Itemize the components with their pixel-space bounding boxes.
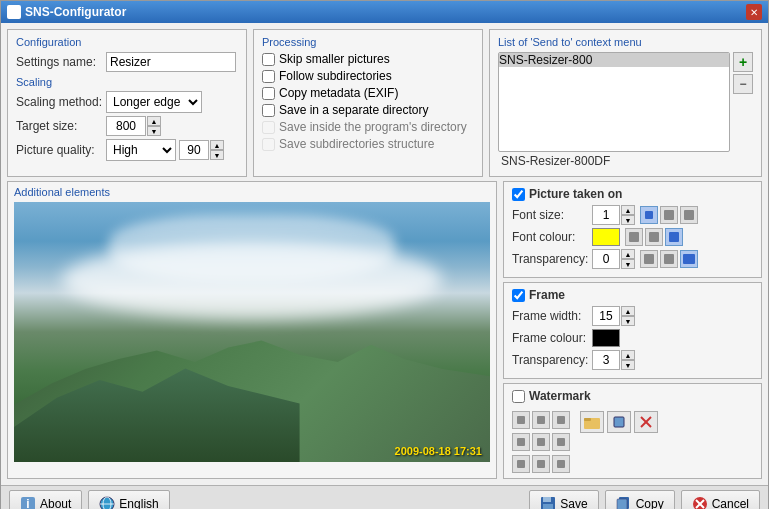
- quality-up-button[interactable]: ▲: [210, 140, 224, 150]
- english-button[interactable]: English: [88, 490, 169, 509]
- frame-width-down-button[interactable]: ▼: [621, 316, 635, 326]
- align-topright-button[interactable]: [680, 206, 698, 224]
- picture-taken-checkbox[interactable]: [512, 188, 525, 201]
- watermark-pos-4[interactable]: [512, 433, 530, 451]
- target-size-down-button[interactable]: ▼: [147, 126, 161, 136]
- frame-colour-picker[interactable]: [592, 329, 620, 347]
- scaling-method-label: Scaling method:: [16, 95, 106, 109]
- frame-header: Frame: [512, 288, 753, 302]
- skip-smaller-checkbox[interactable]: [262, 53, 275, 66]
- save-icon: [540, 496, 556, 509]
- close-button[interactable]: ✕: [746, 4, 762, 20]
- svg-rect-14: [617, 499, 627, 509]
- bottom-row: Additional elements 2009-08-18 17:31: [7, 181, 762, 479]
- frame-section: Frame Frame width: ▲ ▼ Frame: [503, 282, 762, 379]
- globe-icon: [99, 496, 115, 509]
- watermark-browse-button[interactable]: [580, 411, 604, 433]
- sendto-remove-button[interactable]: −: [733, 74, 753, 94]
- quality-down-button[interactable]: ▼: [210, 150, 224, 160]
- watermark-edit-button[interactable]: [607, 411, 631, 433]
- font-align-right-button[interactable]: [665, 228, 683, 246]
- sendto-list[interactable]: SNS-Resizer-800: [498, 52, 730, 152]
- edit-icon: [612, 415, 626, 429]
- watermark-pos-5[interactable]: [532, 433, 550, 451]
- font-align-center-button[interactable]: [645, 228, 663, 246]
- svg-rect-2: [614, 417, 624, 427]
- about-label: About: [40, 497, 71, 509]
- scaling-method-select[interactable]: Longer edge Width Height Shorter edge: [106, 91, 202, 113]
- watermark-pos-3[interactable]: [552, 411, 570, 429]
- align-icon: [649, 232, 659, 242]
- skip-smaller-label: Skip smaller pictures: [279, 52, 390, 66]
- transparency-align-buttons: [640, 250, 698, 268]
- settings-name-label: Settings name:: [16, 55, 106, 69]
- frame-transparency-up-button[interactable]: ▲: [621, 350, 635, 360]
- quality-value-input[interactable]: [179, 140, 209, 160]
- target-size-up-button[interactable]: ▲: [147, 116, 161, 126]
- sendto-item-below: SNS-Resizer-800DF: [498, 152, 753, 170]
- frame-transparency-down-button[interactable]: ▼: [621, 360, 635, 370]
- window-title: SNS-Configurator: [25, 5, 126, 19]
- watermark-dot-inner: [557, 460, 565, 468]
- watermark-grid-container: [512, 407, 570, 473]
- target-size-input[interactable]: [106, 116, 146, 136]
- target-size-label: Target size:: [16, 119, 106, 133]
- sendto-section: List of 'Send to' context menu SNS-Resiz…: [489, 29, 762, 177]
- watermark-pos-7[interactable]: [512, 455, 530, 473]
- quality-select[interactable]: Low Medium High: [106, 139, 176, 161]
- align-topleft-button[interactable]: [640, 206, 658, 224]
- font-size-up-button[interactable]: ▲: [621, 205, 635, 215]
- quality-label: Picture quality:: [16, 143, 106, 157]
- watermark-pos-2[interactable]: [532, 411, 550, 429]
- cancel-button[interactable]: Cancel: [681, 490, 760, 509]
- watermark-pos-1[interactable]: [512, 411, 530, 429]
- picture-transparency-up-button[interactable]: ▲: [621, 249, 635, 259]
- frame-label: Frame: [529, 288, 565, 302]
- picture-transparency-controls: ▲ ▼: [592, 249, 698, 269]
- copy-metadata-checkbox[interactable]: [262, 87, 275, 100]
- clouds-front: [62, 241, 443, 319]
- save-separate-checkbox[interactable]: [262, 104, 275, 117]
- frame-width-input[interactable]: [592, 306, 620, 326]
- scaling-title: Scaling: [16, 76, 238, 88]
- font-size-input[interactable]: [592, 205, 620, 225]
- copy-button[interactable]: Copy: [605, 490, 675, 509]
- trans-align-center-button[interactable]: [660, 250, 678, 268]
- titlebar: SNS-Configurator ✕: [1, 1, 768, 23]
- watermark-pos-9[interactable]: [552, 455, 570, 473]
- watermark-section: Watermark: [503, 383, 762, 479]
- watermark-checkbox[interactable]: [512, 390, 525, 403]
- settings-name-input[interactable]: [106, 52, 236, 72]
- watermark-dot-inner: [517, 438, 525, 446]
- frame-width-row: Frame width: ▲ ▼: [512, 306, 753, 326]
- follow-subdirs-checkbox[interactable]: [262, 70, 275, 83]
- frame-width-up-button[interactable]: ▲: [621, 306, 635, 316]
- align-icon: [664, 210, 674, 220]
- font-size-spinbox-buttons: ▲ ▼: [621, 205, 635, 225]
- trans-align-left-button[interactable]: [640, 250, 658, 268]
- frame-colour-label: Frame colour:: [512, 331, 592, 345]
- trans-align-right-button[interactable]: [680, 250, 698, 268]
- align-topcenter-button[interactable]: [660, 206, 678, 224]
- watermark-dot-inner: [537, 460, 545, 468]
- picture-transparency-label: Transparency:: [512, 252, 592, 266]
- font-size-label: Font size:: [512, 208, 592, 222]
- picture-transparency-down-button[interactable]: ▼: [621, 259, 635, 269]
- font-size-down-button[interactable]: ▼: [621, 215, 635, 225]
- font-align-left-button[interactable]: [625, 228, 643, 246]
- processing-section: Processing Skip smaller pictures Follow …: [253, 29, 483, 177]
- minus-icon: −: [739, 77, 746, 91]
- picture-transparency-input[interactable]: [592, 249, 620, 269]
- save-button[interactable]: Save: [529, 490, 598, 509]
- titlebar-title: SNS-Configurator: [7, 5, 126, 19]
- watermark-delete-button[interactable]: [634, 411, 658, 433]
- frame-transparency-input[interactable]: [592, 350, 620, 370]
- cancel-label: Cancel: [712, 497, 749, 509]
- target-size-row: Target size: ▲ ▼: [16, 116, 238, 136]
- watermark-pos-8[interactable]: [532, 455, 550, 473]
- font-colour-picker[interactable]: [592, 228, 620, 246]
- sendto-add-button[interactable]: +: [733, 52, 753, 72]
- watermark-pos-6[interactable]: [552, 433, 570, 451]
- about-button[interactable]: i About: [9, 490, 82, 509]
- frame-checkbox[interactable]: [512, 289, 525, 302]
